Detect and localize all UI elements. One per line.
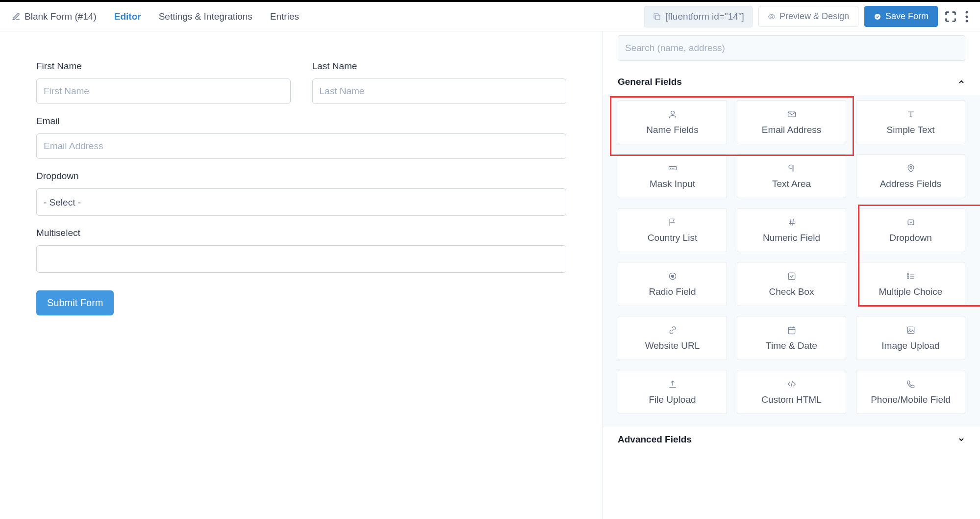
multiselect-label: Multiselect: [36, 228, 566, 238]
tile-label: Country List: [648, 233, 697, 243]
svg-rect-7: [788, 112, 795, 117]
field-sidebar: General Fields Name Fields Email Address…: [603, 31, 980, 519]
dropdown-select[interactable]: - Select -: [36, 188, 566, 216]
general-fields-header[interactable]: General Fields: [603, 69, 980, 95]
copy-icon: [653, 12, 661, 21]
preview-label: Preview & Design: [779, 11, 849, 22]
svg-point-15: [671, 275, 674, 278]
last-name-input[interactable]: [312, 78, 567, 104]
code-icon: [787, 379, 797, 389]
tile-label: Radio Field: [649, 286, 696, 297]
tile-simple-text[interactable]: Simple Text: [856, 100, 965, 144]
tile-dropdown[interactable]: Dropdown: [856, 208, 965, 252]
nav-entries[interactable]: Entries: [270, 11, 299, 22]
tile-country-list[interactable]: Country List: [618, 208, 727, 252]
tile-label: Website URL: [645, 340, 700, 351]
save-button[interactable]: Save Form: [864, 6, 938, 27]
tile-numeric-field[interactable]: Numeric Field: [737, 208, 846, 252]
person-icon: [668, 109, 678, 119]
chevron-up-icon: [957, 78, 965, 86]
tile-label: Custom HTML: [761, 394, 821, 405]
tile-time-date[interactable]: Time & Date: [737, 316, 846, 360]
svg-point-6: [671, 111, 674, 114]
dropdown-label: Dropdown: [36, 171, 566, 182]
envelope-icon: [787, 109, 797, 119]
svg-point-9: [670, 168, 671, 169]
tile-mask-input[interactable]: Mask Input: [618, 154, 727, 198]
tile-label: Time & Date: [766, 340, 817, 351]
dropdown-icon: [906, 217, 916, 227]
check-circle-icon: [874, 13, 881, 21]
tile-multiple-choice[interactable]: Multiple Choice: [856, 262, 965, 306]
preview-button[interactable]: Preview & Design: [758, 6, 858, 27]
last-name-label: Last Name: [312, 61, 567, 72]
first-name-input[interactable]: [36, 78, 291, 104]
tile-image-upload[interactable]: Image Upload: [856, 316, 965, 360]
pencil-icon: [12, 12, 21, 21]
tile-label: Name Fields: [646, 125, 699, 135]
advanced-fields-header[interactable]: Advanced Fields: [603, 426, 980, 453]
chevron-down-icon: [957, 436, 965, 443]
tile-label: Numeric Field: [763, 233, 820, 243]
submit-button[interactable]: Submit Form: [36, 290, 114, 315]
link-icon: [668, 325, 678, 335]
svg-point-4: [966, 15, 968, 18]
search-input[interactable]: [618, 35, 965, 61]
eye-icon: [768, 13, 776, 21]
nav-settings[interactable]: Settings & Integrations: [159, 11, 252, 22]
tile-website-url[interactable]: Website URL: [618, 316, 727, 360]
app-header: Blank Form (#14) Editor Settings & Integ…: [0, 2, 980, 31]
kebab-menu-icon[interactable]: [965, 10, 968, 24]
first-name-label: First Name: [36, 61, 291, 72]
form-canvas: First Name Last Name Email Dropdown - Se…: [0, 31, 603, 519]
svg-rect-13: [908, 220, 914, 225]
list-icon: [906, 271, 916, 281]
tile-label: Mask Input: [650, 179, 695, 189]
email-input[interactable]: [36, 133, 566, 159]
keyboard-icon: [668, 163, 678, 173]
form-title[interactable]: Blank Form (#14): [12, 11, 97, 22]
tile-text-area[interactable]: Text Area: [737, 154, 846, 198]
nav-editor[interactable]: Editor: [114, 11, 141, 22]
tile-file-upload[interactable]: File Upload: [618, 370, 727, 414]
shortcode-box[interactable]: [fluentform id="14"]: [644, 6, 753, 27]
checkbox-icon: [787, 271, 797, 281]
tile-label: Image Upload: [881, 340, 939, 351]
image-icon: [906, 325, 916, 335]
save-label: Save Form: [885, 11, 929, 22]
tile-label: Simple Text: [887, 125, 935, 135]
tile-address-fields[interactable]: Address Fields: [856, 154, 965, 198]
svg-point-5: [966, 20, 968, 22]
hash-icon: [787, 217, 797, 227]
tile-label: Address Fields: [880, 179, 942, 189]
field-grid: Name Fields Email Address Simple Text Ma…: [603, 95, 980, 426]
tile-label: File Upload: [649, 394, 696, 405]
svg-point-22: [909, 329, 910, 330]
svg-point-2: [874, 13, 880, 20]
svg-point-10: [672, 168, 672, 169]
svg-rect-20: [788, 327, 795, 334]
email-label: Email: [36, 116, 566, 127]
tile-label: Phone/Mobile Field: [871, 394, 951, 405]
tile-name-fields[interactable]: Name Fields: [618, 100, 727, 144]
svg-point-17: [907, 274, 908, 275]
svg-point-12: [909, 166, 911, 168]
svg-point-19: [907, 278, 908, 279]
upload-icon: [668, 379, 678, 389]
calendar-icon: [787, 325, 797, 335]
tile-email-address[interactable]: Email Address: [737, 100, 846, 144]
text-cursor-icon: [906, 109, 916, 119]
svg-point-11: [674, 168, 674, 169]
svg-rect-21: [907, 327, 914, 333]
tile-check-box[interactable]: Check Box: [737, 262, 846, 306]
map-pin-icon: [906, 163, 916, 173]
svg-point-18: [907, 276, 908, 277]
shortcode-text: [fluentform id="14"]: [665, 11, 744, 22]
multiselect-select[interactable]: [36, 245, 566, 273]
fullscreen-icon[interactable]: [944, 10, 957, 24]
tile-custom-html[interactable]: Custom HTML: [737, 370, 846, 414]
tile-radio-field[interactable]: Radio Field: [618, 262, 727, 306]
tile-phone-field[interactable]: Phone/Mobile Field: [856, 370, 965, 414]
tile-label: Email Address: [762, 125, 821, 135]
tile-label: Dropdown: [889, 233, 932, 243]
